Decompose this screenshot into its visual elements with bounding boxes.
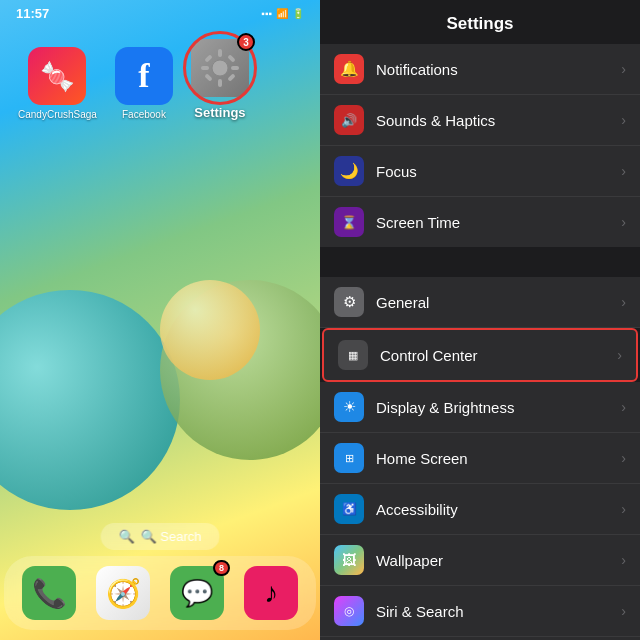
notifications-icon: 🔔 xyxy=(334,54,364,84)
dock: 📞 🧭 💬 8 ♪ xyxy=(4,556,316,630)
general-chevron: › xyxy=(621,294,626,310)
accessibility-icon: ♿ xyxy=(334,494,364,524)
settings-list: 🔔 Notifications › 🔊 Sounds & Haptics › 🌙… xyxy=(320,44,640,640)
sphere-yellow xyxy=(160,280,260,380)
battery-icon: 🔋 xyxy=(292,8,304,19)
screen-time-icon: ⌛ xyxy=(334,207,364,237)
iphone-home-screen: 11:57 ▪▪▪ 📶 🔋 🍬 CandyCrushSaga f Faceboo… xyxy=(0,0,320,640)
svg-rect-6 xyxy=(227,73,235,81)
notifications-chevron: › xyxy=(621,61,626,77)
focus-chevron: › xyxy=(621,163,626,179)
sphere-decoration xyxy=(0,240,320,540)
search-label: 🔍 Search xyxy=(141,529,202,544)
dock-music[interactable]: ♪ xyxy=(244,566,298,620)
candy-crush-label: CandyCrushSaga xyxy=(18,109,97,120)
settings-badge: 3 xyxy=(237,33,255,51)
sphere-teal xyxy=(0,290,180,510)
wifi-icon: 📶 xyxy=(276,8,288,19)
svg-rect-5 xyxy=(204,54,212,62)
settings-item-notifications[interactable]: 🔔 Notifications › xyxy=(320,44,640,95)
settings-title: Settings xyxy=(320,0,640,44)
status-time: 11:57 xyxy=(16,6,49,21)
search-icon: 🔍 xyxy=(119,529,135,544)
group-spacer-1 xyxy=(320,249,640,277)
svg-rect-7 xyxy=(204,73,212,81)
screen-time-label: Screen Time xyxy=(376,214,621,231)
candy-crush-icon: 🍬 xyxy=(28,47,86,105)
svg-point-0 xyxy=(212,60,228,76)
settings-item-display[interactable]: ☀ Display & Brightness › xyxy=(320,382,640,433)
accessibility-chevron: › xyxy=(621,501,626,517)
display-chevron: › xyxy=(621,399,626,415)
facebook-icon: f xyxy=(115,47,173,105)
home-screen-label: Home Screen xyxy=(376,450,621,467)
settings-group-1: 🔔 Notifications › 🔊 Sounds & Haptics › 🌙… xyxy=(320,44,640,247)
notifications-label: Notifications xyxy=(376,61,621,78)
display-icon: ☀ xyxy=(334,392,364,422)
app-facebook[interactable]: f Facebook xyxy=(115,47,173,120)
sounds-label: Sounds & Haptics xyxy=(376,112,621,129)
app-settings[interactable]: 3 Settings xyxy=(191,39,249,120)
settings-item-control-center[interactable]: ▦ Control Center › xyxy=(322,328,638,382)
messages-badge: 8 xyxy=(213,560,230,576)
control-center-chevron: › xyxy=(617,347,622,363)
status-icons: ▪▪▪ 📶 🔋 xyxy=(261,8,304,19)
accessibility-label: Accessibility xyxy=(376,501,621,518)
settings-group-2: ⚙ General › ▦ Control Center › ☀ Display… xyxy=(320,277,640,640)
siri-icon: ◎ xyxy=(334,596,364,626)
facebook-label: Facebook xyxy=(122,109,166,120)
siri-label: Siri & Search xyxy=(376,603,621,620)
status-bar: 11:57 ▪▪▪ 📶 🔋 xyxy=(0,0,320,21)
wallpaper-chevron: › xyxy=(621,552,626,568)
control-center-label: Control Center xyxy=(380,347,617,364)
settings-item-home-screen[interactable]: ⊞ Home Screen › xyxy=(320,433,640,484)
wallpaper-label: Wallpaper xyxy=(376,552,621,569)
home-screen-icon: ⊞ xyxy=(334,443,364,473)
general-label: General xyxy=(376,294,621,311)
dock-messages[interactable]: 💬 8 xyxy=(170,566,224,620)
settings-app-label: Settings xyxy=(194,105,245,120)
sounds-icon: 🔊 xyxy=(334,105,364,135)
settings-wrapper: 3 xyxy=(191,39,249,97)
svg-rect-2 xyxy=(218,79,222,87)
home-app-icons: 🍬 CandyCrushSaga f Facebook xyxy=(0,21,320,120)
settings-item-siri[interactable]: ◎ Siri & Search › xyxy=(320,586,640,637)
sounds-chevron: › xyxy=(621,112,626,128)
settings-item-focus[interactable]: 🌙 Focus › xyxy=(320,146,640,197)
control-center-icon: ▦ xyxy=(338,340,368,370)
general-icon: ⚙ xyxy=(334,287,364,317)
home-screen-chevron: › xyxy=(621,450,626,466)
focus-icon: 🌙 xyxy=(334,156,364,186)
gear-svg xyxy=(199,47,241,89)
search-bar[interactable]: 🔍 🔍 Search xyxy=(101,523,220,550)
app-candy-crush[interactable]: 🍬 CandyCrushSaga xyxy=(18,47,97,120)
dock-safari[interactable]: 🧭 xyxy=(96,566,150,620)
siri-chevron: › xyxy=(621,603,626,619)
signal-icon: ▪▪▪ xyxy=(261,8,272,19)
svg-rect-4 xyxy=(231,66,239,70)
settings-item-wallpaper[interactable]: 🖼 Wallpaper › xyxy=(320,535,640,586)
settings-item-accessibility[interactable]: ♿ Accessibility › xyxy=(320,484,640,535)
settings-panel: Settings 🔔 Notifications › 🔊 Sounds & Ha… xyxy=(320,0,640,640)
svg-rect-1 xyxy=(218,49,222,57)
screen-time-chevron: › xyxy=(621,214,626,230)
settings-item-sounds[interactable]: 🔊 Sounds & Haptics › xyxy=(320,95,640,146)
display-label: Display & Brightness xyxy=(376,399,621,416)
svg-rect-3 xyxy=(201,66,209,70)
focus-label: Focus xyxy=(376,163,621,180)
svg-rect-8 xyxy=(227,54,235,62)
settings-item-general[interactable]: ⚙ General › xyxy=(320,277,640,328)
settings-item-screen-time[interactable]: ⌛ Screen Time › xyxy=(320,197,640,247)
dock-phone[interactable]: 📞 xyxy=(22,566,76,620)
wallpaper-icon: 🖼 xyxy=(334,545,364,575)
